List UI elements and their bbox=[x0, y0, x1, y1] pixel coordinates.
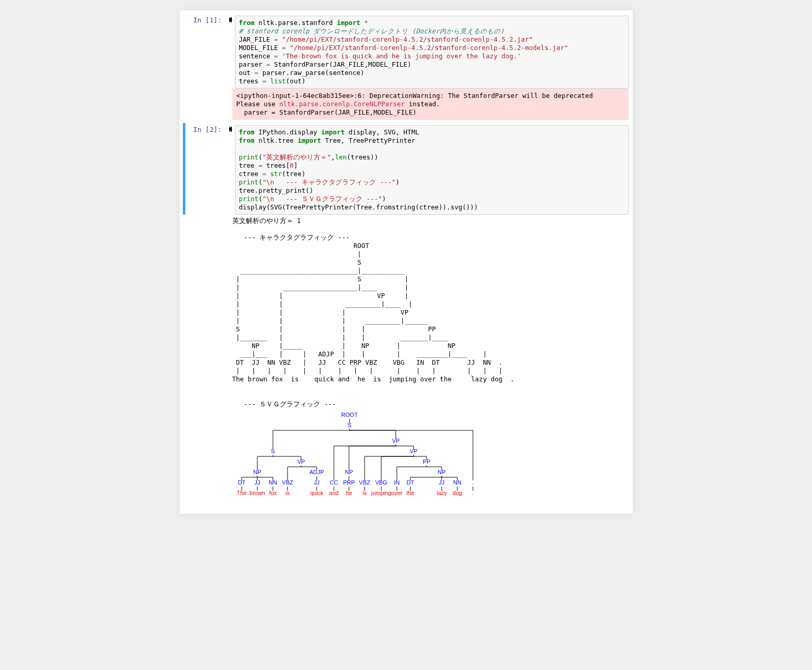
input-prompt: In [2]: bbox=[185, 123, 235, 215]
code-input[interactable]: from IPython.display import display, SVG… bbox=[235, 125, 629, 215]
notebook: In [1]: from nltk.parse.stanford import … bbox=[180, 10, 633, 514]
prompt-label: In [1]: bbox=[193, 16, 222, 24]
svg-text:over: over bbox=[391, 490, 403, 496]
svg-text:S: S bbox=[271, 448, 274, 454]
svg-text:brown: brown bbox=[249, 490, 265, 496]
code-input[interactable]: from nltk.parse.stanford import * # stan… bbox=[235, 16, 629, 89]
svg-text:and: and bbox=[329, 490, 338, 496]
svg-text:IN: IN bbox=[394, 479, 399, 486]
svg-output: ROOTSSVP.NPVPDTJJNNVBZADJPJJCCNPPRPVPVBZ… bbox=[232, 408, 630, 504]
svg-text:The: The bbox=[236, 490, 246, 496]
svg-text:ROOT: ROOT bbox=[341, 412, 358, 418]
svg-text:he: he bbox=[345, 490, 352, 496]
svg-text:DT: DT bbox=[406, 479, 414, 486]
svg-text:VBZ: VBZ bbox=[282, 479, 293, 486]
svg-text:fox: fox bbox=[269, 490, 277, 496]
svg-text:lazy: lazy bbox=[436, 490, 447, 496]
svg-text:ADJP: ADJP bbox=[309, 469, 323, 475]
run-cell-icon[interactable] bbox=[229, 17, 232, 22]
svg-text:jumping: jumping bbox=[370, 490, 391, 496]
svg-text:.: . bbox=[472, 490, 473, 496]
cell-2-output: 英文解析のやり方＝ 1 --- キャラクタグラフィック --- ROOT | bbox=[183, 215, 630, 504]
svg-text:DT: DT bbox=[238, 479, 245, 486]
svg-text:dog: dog bbox=[452, 490, 461, 496]
svg-text:is: is bbox=[363, 490, 367, 496]
svg-text:is: is bbox=[285, 490, 290, 496]
cell-1-output: <ipython-input-1-64ec8ab315ee>:6: Deprec… bbox=[183, 89, 630, 123]
svg-text:VP: VP bbox=[409, 448, 417, 454]
svg-text:PRP: PRP bbox=[343, 479, 355, 486]
svg-text:NP: NP bbox=[253, 469, 261, 475]
svg-text:VBG: VBG bbox=[375, 479, 387, 486]
svg-text:S: S bbox=[347, 422, 351, 428]
svg-text:VP: VP bbox=[297, 458, 305, 465]
svg-text:JJ: JJ bbox=[314, 479, 319, 486]
run-cell-icon[interactable] bbox=[229, 127, 232, 132]
stderr-output: <ipython-input-1-64ec8ab315ee>:6: Deprec… bbox=[232, 89, 629, 120]
svg-text:VP: VP bbox=[392, 438, 399, 444]
svg-text:JJ: JJ bbox=[439, 479, 444, 486]
svg-text:the: the bbox=[406, 490, 414, 496]
svg-text:JJ: JJ bbox=[254, 479, 260, 486]
svg-text:NP: NP bbox=[345, 469, 353, 475]
code-cell-1[interactable]: In [1]: from nltk.parse.stanford import … bbox=[183, 14, 630, 89]
svg-text:.: . bbox=[472, 479, 473, 486]
svg-text:NP: NP bbox=[438, 469, 445, 475]
prompt-label: In [2]: bbox=[193, 126, 222, 133]
svg-text:quick: quick bbox=[310, 490, 323, 496]
code-cell-2[interactable]: In [2]: from IPython.display import disp… bbox=[183, 123, 630, 215]
input-prompt: In [1]: bbox=[185, 14, 235, 89]
svg-text:NN: NN bbox=[453, 479, 461, 486]
stdout-output: 英文解析のやり方＝ 1 --- キャラクタグラフィック --- ROOT | bbox=[232, 215, 629, 408]
svg-text:VBZ: VBZ bbox=[359, 479, 370, 486]
svg-text:CC: CC bbox=[330, 479, 338, 486]
svg-text:PP: PP bbox=[422, 458, 430, 465]
svg-text:NN: NN bbox=[269, 479, 277, 486]
